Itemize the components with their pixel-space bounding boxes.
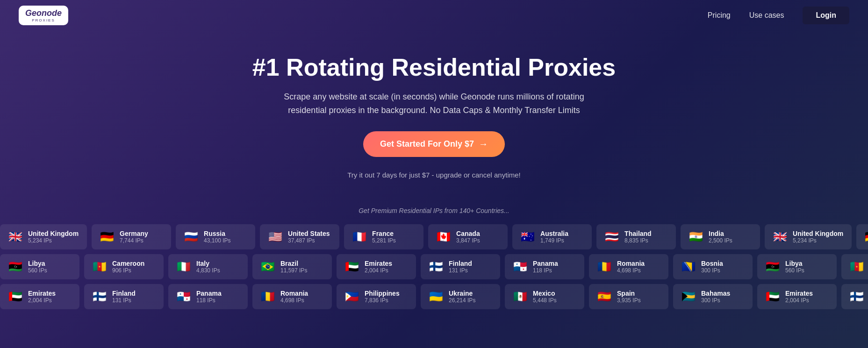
country-row-1: 🇬🇧 United Kingdom 5,234 IPs 🇩🇪 Germany 7… [0,222,868,252]
country-flag-icon: 🇦🇪 [766,291,780,302]
country-row-2: 🇱🇾 Libya 560 IPs 🇨🇲 Cameroon 906 IPs 🇮🇹 … [0,252,868,282]
country-ip-count: 2,500 IPs [709,237,732,244]
list-item: 🇦🇪 Emirates 2,004 IPs [337,254,416,279]
country-ip-count: 118 IPs [196,297,222,304]
country-name: Bahamas [701,290,730,297]
list-item: 🇦🇺 Australia 1,749 IPs [512,224,592,249]
country-flag-icon: 🇺🇦 [429,291,443,302]
country-name: Philippines [365,290,400,297]
country-flag-icon: 🇨🇲 [850,261,864,272]
list-item: 🇲🇽 Mexico 5,448 IPs [505,284,584,309]
trial-text: Try it out 7 days for just $7 - upgrade … [9,171,859,179]
list-item: 🇵🇭 Philippines 7,836 IPs [337,284,416,309]
country-ip-count: 26,214 IPs [449,297,475,304]
country-ip-count: 5,448 IPs [533,297,557,304]
country-ip-count: 43,100 IPs [204,237,230,244]
list-item: 🇨🇲 Cameroon 906 IPs [84,254,164,279]
country-name: Libya [28,260,47,267]
country-flag-icon: 🇷🇺 [184,231,198,242]
country-flag-icon: 🇧🇦 [681,261,696,272]
list-item: 🇷🇴 Romania 4,698 IPs [252,284,332,309]
pricing-link[interactable]: Pricing [708,11,731,20]
country-ip-count: 7,744 IPs [120,237,148,244]
login-button[interactable]: Login [803,7,849,24]
country-ip-count: 2,004 IPs [28,297,56,304]
country-flag-icon: 🇩🇪 [100,231,114,242]
country-flag-icon: 🇫🇮 [850,291,864,302]
country-flag-icon: 🇮🇹 [177,261,191,272]
list-item: 🇫🇷 France 5,281 IPs [344,224,423,249]
country-flag-icon: 🇵🇭 [345,291,359,302]
hero-subtitle: Scrape any website at scale (in seconds)… [282,90,586,117]
country-name: Romania [617,260,645,267]
use-cases-link[interactable]: Use cases [749,11,784,20]
list-item: 🇦🇪 Emirates 2,004 IPs [0,284,79,309]
countries-label: Get Premium Residential IPs from 140+ Co… [0,207,868,214]
country-ip-count: 300 IPs [701,267,723,274]
hero-title: #1 Rotating Residential Proxies [9,54,859,81]
country-flag-icon: 🇱🇾 [766,261,780,272]
country-ip-count: 3,935 IPs [617,297,641,304]
country-ip-count: 5,234 IPs [28,237,79,244]
country-flag-icon: 🇦🇪 [8,291,22,302]
country-flag-icon: 🇨🇲 [93,261,107,272]
list-item: 🇧🇷 Brazil 11,597 IPs [252,254,332,279]
country-ip-count: 560 IPs [785,267,804,274]
country-flag-icon: 🇨🇦 [437,231,451,242]
country-flag-icon: 🇧🇷 [261,261,275,272]
country-flag-icon: 🇺🇸 [268,231,282,242]
country-flag-icon: 🇦🇺 [521,231,535,242]
country-name: United States [288,230,330,237]
list-item: 🇷🇴 Romania 4,698 IPs [589,254,668,279]
country-flag-icon: 🇷🇴 [261,291,275,302]
country-flag-icon: 🇫🇮 [429,261,443,272]
logo[interactable]: Geonode PROXIES [19,6,68,25]
list-item: 🇩🇪 Germany 7,744 IPs [92,224,171,249]
country-name: Libya [785,260,804,267]
country-flag-icon: 🇱🇾 [8,261,22,272]
country-rows: 🇬🇧 United Kingdom 5,234 IPs 🇩🇪 Germany 7… [0,222,868,312]
country-flag-icon: 🇬🇧 [8,231,22,242]
country-name: Bosnia [701,260,723,267]
country-ip-count: 906 IPs [112,267,144,274]
country-ip-count: 7,836 IPs [365,297,400,304]
country-name: Romania [280,290,308,297]
list-item: 🇬🇧 United Kingdom 5,234 IPs [0,224,87,249]
country-name: Finland [449,260,472,267]
country-flag-icon: 🇫🇷 [352,231,366,242]
country-name: Panama [533,260,558,267]
country-flag-icon: 🇦🇪 [345,261,359,272]
country-flag-icon: 🇪🇸 [597,291,611,302]
country-name: India [709,230,732,237]
country-flag-icon: 🇬🇧 [773,231,787,242]
country-ip-count: 11,597 IPs [280,267,307,274]
country-name: United Kingdom [793,230,843,237]
hero-section: #1 Rotating Residential Proxies Scrape a… [0,31,868,193]
country-flag-icon: 🇫🇮 [93,291,107,302]
country-name: Emirates [365,260,392,267]
list-item: 🇱🇾 Libya 560 IPs [0,254,79,279]
country-ip-count: 4,830 IPs [196,267,220,274]
country-row-3: 🇦🇪 Emirates 2,004 IPs 🇫🇮 Finland 131 IPs… [0,282,868,312]
country-ip-count: 131 IPs [112,297,136,304]
country-flag-icon: 🇩🇪 [865,231,868,242]
cta-button[interactable]: Get Started For Only $7 → [363,131,505,157]
list-item: 🇪🇸 Spain 3,935 IPs [589,284,668,309]
list-item: 🇧🇦 Bosnia 300 IPs [673,254,753,279]
country-name: Brazil [280,260,307,267]
country-ip-count: 300 IPs [701,297,730,304]
list-item: 🇺🇦 Ukraine 26,214 IPs [421,284,500,309]
country-ip-count: 8,835 IPs [624,237,652,244]
navbar: Geonode PROXIES Pricing Use cases Login [0,0,868,31]
country-name: Spain [617,290,641,297]
country-ip-count: 2,004 IPs [365,267,392,274]
country-ip-count: 2,004 IPs [785,297,813,304]
country-name: Australia [540,230,568,237]
country-name: Russia [204,230,230,237]
logo-sub-text: PROXIES [32,18,55,22]
country-flag-icon: 🇹🇭 [605,231,619,242]
list-item: 🇮🇹 Italy 4,830 IPs [168,254,248,279]
country-ip-count: 131 IPs [449,267,472,274]
logo-main-text: Geonode [25,8,62,18]
list-item: 🇦🇪 Emirates 2,004 IPs [757,284,837,309]
